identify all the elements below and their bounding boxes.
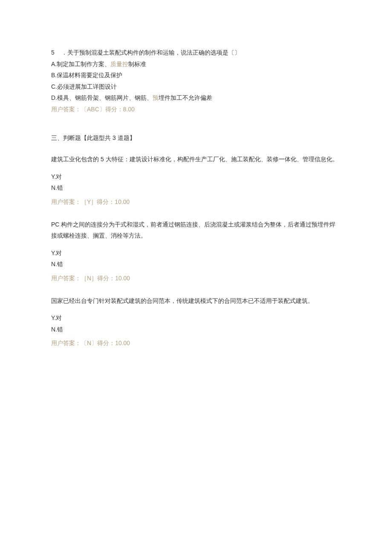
judgment-stem: 建筑工业化包含的 5 大特征：建筑设计标准化，构配件生产工厂化、施工装配化、装修… bbox=[51, 154, 341, 165]
option-n: N.错 bbox=[51, 182, 341, 194]
option-n: N.错 bbox=[51, 324, 341, 335]
option-letter: N. bbox=[51, 261, 57, 267]
option-letter: A. bbox=[51, 61, 57, 67]
question-5: 5．关于预制混凝土装配式构件的制作和运输，说法正确的选项是〔〕 A.制定加工制作… bbox=[51, 47, 341, 115]
stem-bold: 运输 bbox=[163, 49, 175, 56]
option-c: C.必须进展加工详图设计 bbox=[51, 81, 341, 93]
user-answer: 用户答案：〔ABC〕得分：8.00 bbox=[51, 104, 341, 115]
option-a: A.制定加工制作方案、质量控制标准 bbox=[51, 58, 341, 70]
option-letter: Y. bbox=[51, 250, 56, 256]
yn-options: Y.对 N.错 bbox=[51, 312, 341, 335]
score-value: 10.00 bbox=[115, 340, 130, 346]
score-label: 得分： bbox=[97, 340, 115, 346]
option-text-prefix: 模具、钢筋骨架、钢筋网片、钢筋、 bbox=[57, 94, 153, 101]
option-y: Y.对 bbox=[51, 247, 341, 259]
question-stem: 5．关于预制混凝土装配式构件的制作和运输，说法正确的选项是〔〕 bbox=[51, 47, 341, 58]
stem-suffix: ，说法正确的选项是 bbox=[175, 49, 228, 56]
option-letter: D. bbox=[51, 94, 57, 101]
answer-value: ［N］ bbox=[81, 275, 97, 282]
answer-label: 用户答案： bbox=[51, 198, 81, 205]
option-text-suffix: 埋件加工不允许偏差 bbox=[159, 94, 212, 101]
option-text: 保温材料需要定位及保护 bbox=[57, 72, 122, 78]
score-label: 得分： bbox=[97, 198, 115, 205]
user-answer: 用户答案：［N］得分：10.00 bbox=[51, 273, 341, 284]
judgment-stem: 国家已经出台专门针对装配式建筑的合同范本，传统建筑模式下的合同范本已不适用于装配… bbox=[51, 295, 341, 307]
option-text: 对 bbox=[56, 173, 62, 180]
answer-label: 用户答案： bbox=[51, 340, 81, 346]
judgment-3: 国家已经出台专门针对装配式建筑的合同范本，传统建筑模式下的合同范本已不适用于装配… bbox=[51, 295, 341, 349]
option-text: 错 bbox=[57, 184, 63, 191]
score-value: 10.00 bbox=[115, 275, 130, 282]
option-text-suffix: 制标准 bbox=[128, 61, 146, 67]
option-text: 错 bbox=[57, 326, 63, 333]
option-letter: C. bbox=[51, 83, 57, 90]
option-text: 必须进展加工详图设计 bbox=[57, 83, 117, 90]
score-label: 得分： bbox=[105, 106, 123, 113]
option-letter: Y. bbox=[51, 173, 56, 180]
option-y: Y.对 bbox=[51, 312, 341, 324]
answer-label: 用户答案： bbox=[51, 106, 81, 113]
option-b: B.保温材料需要定位及保护 bbox=[51, 70, 341, 81]
option-n: N.错 bbox=[51, 259, 341, 270]
score-value: 8.00 bbox=[123, 106, 135, 113]
option-text-grey: 预 bbox=[153, 94, 159, 101]
stem-prefix: ．关于预制混凝土装配式构件的制作和 bbox=[61, 49, 163, 56]
score-label: 得分： bbox=[97, 275, 115, 282]
answer-label: 用户答案： bbox=[51, 275, 81, 282]
judgment-stem: PC 构件之间的连接分为干式和湿式，前者通过钢筋连接、后浇混凝土或灌浆结合为整体… bbox=[51, 219, 341, 241]
option-letter: Y. bbox=[51, 314, 56, 321]
option-letter: N. bbox=[51, 184, 57, 191]
judgment-1: 建筑工业化包含的 5 大特征：建筑设计标准化，构配件生产工厂化、施工装配化、装修… bbox=[51, 154, 341, 207]
blank-paren: 〔〕 bbox=[228, 49, 240, 56]
yn-options: Y.对 N.错 bbox=[51, 171, 341, 194]
user-answer: 用户答案：〔N〕得分：10.00 bbox=[51, 337, 341, 349]
option-text: 对 bbox=[56, 314, 62, 321]
option-text: 对 bbox=[56, 250, 62, 256]
answer-value: ［Y］ bbox=[81, 198, 97, 205]
option-letter: N. bbox=[51, 326, 57, 333]
question-number: 5 bbox=[51, 49, 55, 56]
answer-value: 〔ABC〕 bbox=[81, 106, 105, 113]
option-letter: B. bbox=[51, 72, 57, 78]
option-text-grey: 质量控 bbox=[110, 61, 128, 67]
option-y: Y.对 bbox=[51, 171, 341, 183]
option-text-prefix: 制定加工制作方案、 bbox=[57, 61, 110, 67]
judgment-2: PC 构件之间的连接分为干式和湿式，前者通过钢筋连接、后浇混凝土或灌浆结合为整体… bbox=[51, 219, 341, 284]
user-answer: 用户答案：［Y］得分：10.00 bbox=[51, 196, 341, 208]
answer-value: 〔N〕 bbox=[81, 340, 97, 346]
score-value: 10.00 bbox=[115, 198, 130, 205]
yn-options: Y.对 N.错 bbox=[51, 247, 341, 270]
section-3-title: 三、判断题【此题型共 3 道题】 bbox=[51, 132, 341, 144]
option-text: 错 bbox=[57, 261, 63, 267]
option-d: D.模具、钢筋骨架、钢筋网片、钢筋、预埋件加工不允许偏差 bbox=[51, 92, 341, 104]
